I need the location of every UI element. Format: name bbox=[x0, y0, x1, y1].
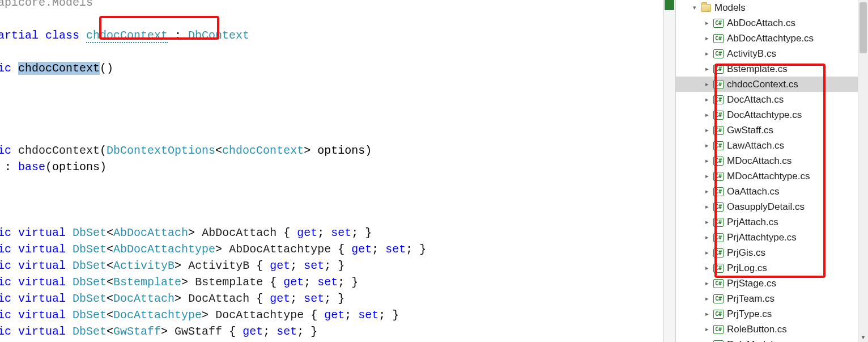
chevron-right-icon[interactable]: ▸ bbox=[703, 157, 711, 164]
chevron-right-icon[interactable]: ▸ bbox=[703, 19, 711, 27]
file-prjattachtype-cs[interactable]: ▸C#PrjAttachtype.cs bbox=[676, 230, 868, 245]
file-abdocattachtype-cs[interactable]: ▸C#AbDocAttachtype.cs bbox=[676, 31, 868, 46]
file-oaattach-cs[interactable]: ▸C#OaAttach.cs bbox=[676, 184, 868, 199]
scrollbar-thumb[interactable] bbox=[860, 2, 867, 53]
solution-scrollbar[interactable]: ▲ ▼ bbox=[858, 0, 868, 342]
code-editor[interactable]: webapicore.Models c partial class chdocC… bbox=[0, 0, 663, 342]
csharp-file-icon: C# bbox=[713, 187, 724, 196]
change-marker bbox=[665, 0, 674, 10]
file-rolemodule-cs[interactable]: ▸C#RoleModule.cs bbox=[676, 337, 868, 342]
csharp-file-icon: C# bbox=[713, 157, 724, 166]
file-oasupplydetail-cs[interactable]: ▸C#OasupplyDetail.cs bbox=[676, 199, 868, 214]
file-label: AbDocAttach.cs bbox=[727, 18, 795, 29]
file-prjattach-cs[interactable]: ▸C#PrjAttach.cs bbox=[676, 214, 868, 230]
file-label: DocAttach.cs bbox=[727, 94, 784, 105]
file-bstemplate-cs[interactable]: ▸C#Bstemplate.cs bbox=[676, 61, 868, 77]
scroll-down-icon[interactable]: ▼ bbox=[858, 333, 868, 342]
csharp-file-icon: C# bbox=[713, 34, 724, 43]
file-rolebutton-cs[interactable]: ▸C#RoleButton.cs bbox=[676, 322, 868, 337]
chevron-right-icon[interactable]: ▸ bbox=[703, 295, 711, 302]
folder-models[interactable]: ▾ Models bbox=[676, 0, 868, 15]
chevron-down-icon[interactable]: ▾ bbox=[691, 4, 699, 11]
file-mdocattachtype-cs[interactable]: ▸C#MDocAttachtype.cs bbox=[676, 168, 868, 184]
csharp-file-icon: C# bbox=[713, 111, 724, 120]
csharp-file-icon: C# bbox=[713, 80, 724, 89]
csharp-file-icon: C# bbox=[713, 248, 724, 257]
chevron-right-icon[interactable]: ▸ bbox=[703, 65, 711, 73]
csharp-file-icon: C# bbox=[713, 141, 724, 150]
file-prjgis-cs[interactable]: ▸C#PrjGis.cs bbox=[676, 245, 868, 260]
chevron-right-icon[interactable]: ▸ bbox=[703, 264, 711, 272]
file-chdoccontext-cs[interactable]: ▸C#chdocContext.cs bbox=[676, 77, 868, 92]
file-docattachtype-cs[interactable]: ▸C#DocAttachtype.cs bbox=[676, 107, 868, 123]
file-label: chdocContext.cs bbox=[727, 79, 798, 90]
chevron-right-icon[interactable]: ▸ bbox=[703, 172, 711, 180]
file-label: DocAttachtype.cs bbox=[727, 109, 802, 121]
chevron-right-icon[interactable]: ▸ bbox=[703, 35, 711, 42]
file-prjstage-cs[interactable]: ▸C#PrjStage.cs bbox=[676, 276, 868, 291]
file-activityb-cs[interactable]: ▸C#ActivityB.cs bbox=[676, 46, 868, 61]
code-content: webapicore.Models c partial class chdocC… bbox=[0, 0, 426, 340]
solution-explorer[interactable]: ▾ Models ▸C#AbDocAttach.cs▸C#AbDocAttach… bbox=[675, 0, 868, 342]
file-prjlog-cs[interactable]: ▸C#PrjLog.cs bbox=[676, 260, 868, 276]
csharp-file-icon: C# bbox=[713, 279, 724, 288]
file-label: PrjStage.cs bbox=[727, 278, 776, 289]
file-label: GwStaff.cs bbox=[727, 125, 773, 136]
file-gwstaff-cs[interactable]: ▸C#GwStaff.cs bbox=[676, 123, 868, 138]
csharp-file-icon: C# bbox=[713, 202, 724, 212]
chevron-right-icon[interactable]: ▸ bbox=[703, 234, 711, 241]
file-label: AbDocAttachtype.cs bbox=[727, 33, 814, 44]
chevron-right-icon[interactable]: ▸ bbox=[703, 50, 711, 57]
folder-icon bbox=[701, 4, 711, 12]
csharp-file-icon: C# bbox=[713, 340, 724, 343]
csharp-file-icon: C# bbox=[713, 95, 724, 104]
chevron-right-icon[interactable]: ▸ bbox=[703, 280, 711, 287]
csharp-file-icon: C# bbox=[713, 49, 724, 58]
namespace-line: webapicore.Models bbox=[0, 0, 93, 9]
file-label: PrjAttachtype.cs bbox=[727, 232, 797, 243]
chevron-right-icon[interactable]: ▸ bbox=[703, 203, 711, 210]
chevron-right-icon[interactable]: ▸ bbox=[703, 326, 711, 333]
selection-ctor-name: chdocContext bbox=[18, 62, 100, 75]
csharp-file-icon: C# bbox=[713, 19, 724, 28]
editor-overview-ruler[interactable] bbox=[663, 0, 675, 342]
file-mdocattach-cs[interactable]: ▸C#MDocAttach.cs bbox=[676, 153, 868, 168]
file-label: LawAttach.cs bbox=[727, 140, 784, 151]
chevron-right-icon[interactable]: ▸ bbox=[703, 310, 711, 318]
file-abdocattach-cs[interactable]: ▸C#AbDocAttach.cs bbox=[676, 15, 868, 31]
file-prjtype-cs[interactable]: ▸C#PrjType.cs bbox=[676, 306, 868, 322]
chevron-right-icon[interactable]: ▸ bbox=[703, 126, 711, 134]
file-label: RoleButton.cs bbox=[727, 324, 787, 335]
file-label: PrjType.cs bbox=[727, 309, 772, 320]
chevron-right-icon[interactable]: ▸ bbox=[703, 96, 711, 103]
file-label: OasupplyDetail.cs bbox=[727, 201, 805, 213]
csharp-file-icon: C# bbox=[713, 325, 724, 334]
chevron-right-icon[interactable]: ▸ bbox=[703, 142, 711, 149]
chevron-right-icon[interactable]: ▸ bbox=[703, 218, 711, 226]
file-label: MDocAttach.cs bbox=[727, 155, 792, 167]
chevron-right-icon[interactable]: ▸ bbox=[703, 188, 711, 195]
csharp-file-icon: C# bbox=[713, 65, 724, 74]
csharp-file-icon: C# bbox=[713, 172, 724, 181]
file-prjteam-cs[interactable]: ▸C#PrjTeam.cs bbox=[676, 291, 868, 306]
base-class-rest: Context bbox=[202, 29, 249, 42]
chevron-right-icon[interactable]: ▸ bbox=[703, 249, 711, 256]
file-label: PrjAttach.cs bbox=[727, 217, 778, 228]
file-label: Bstemplate.cs bbox=[727, 64, 788, 75]
chevron-right-icon[interactable]: ▸ bbox=[703, 111, 711, 119]
file-docattach-cs[interactable]: ▸C#DocAttach.cs bbox=[676, 92, 868, 107]
csharp-file-icon: C# bbox=[713, 264, 724, 273]
file-label: PrjGis.cs bbox=[727, 247, 765, 259]
file-label: MDocAttachtype.cs bbox=[727, 171, 810, 182]
file-label: RoleModule.cs bbox=[727, 339, 790, 343]
class-modifiers: c partial class bbox=[0, 29, 79, 42]
csharp-file-icon: C# bbox=[713, 310, 724, 319]
csharp-file-icon: C# bbox=[713, 233, 724, 242]
chevron-right-icon[interactable]: ▸ bbox=[703, 81, 711, 88]
solution-tree[interactable]: ▾ Models ▸C#AbDocAttach.cs▸C#AbDocAttach… bbox=[676, 0, 868, 342]
file-label: PrjLog.cs bbox=[727, 263, 767, 274]
file-lawattach-cs[interactable]: ▸C#LawAttach.cs bbox=[676, 138, 868, 153]
csharp-file-icon: C# bbox=[713, 294, 724, 303]
class-name: chdocContext bbox=[86, 29, 168, 43]
base-class-prefix: Db bbox=[188, 29, 202, 42]
